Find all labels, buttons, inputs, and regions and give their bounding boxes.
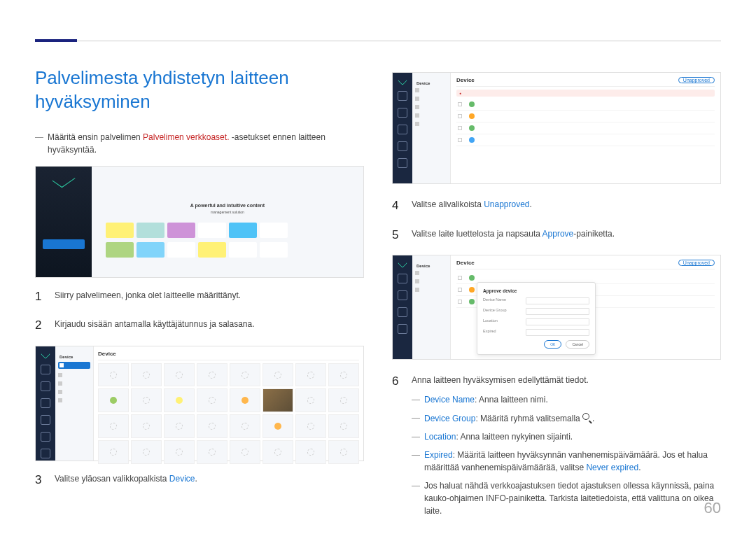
device-header: Device xyxy=(98,351,359,360)
modal-input xyxy=(526,308,589,315)
nav-icon xyxy=(41,398,50,408)
dash-icon: ― xyxy=(412,430,420,443)
page-number: 60 xyxy=(704,499,721,517)
device-cell xyxy=(230,363,260,387)
dashboard-tile xyxy=(106,242,134,258)
bullet-expired: ― Expired: Määritä laitteen hyväksynnän … xyxy=(412,449,721,474)
device-cell xyxy=(295,440,326,464)
sidebar-title: Device xyxy=(58,352,90,362)
table-header-row: Device Unapproved xyxy=(456,260,715,269)
device-cell xyxy=(197,363,227,387)
step-number: 1 xyxy=(35,288,43,306)
dashboard-row-2 xyxy=(106,242,288,258)
intro-highlight: Palvelimen verkkoaset. xyxy=(143,132,229,142)
device-cell xyxy=(131,414,162,438)
header-divider xyxy=(35,41,721,41)
device-link: Device xyxy=(169,474,195,484)
device-cell xyxy=(131,440,162,464)
device-sidebar: Device xyxy=(412,73,451,183)
table-row xyxy=(456,99,715,111)
dash-icon: ― xyxy=(412,479,420,492)
step-number: 3 xyxy=(35,471,43,489)
device-cell xyxy=(262,363,293,387)
table-row xyxy=(456,122,715,134)
screenshot-login: A powerful and intuitive content managem… xyxy=(35,166,364,278)
screenshot-unapproved-list: Device Device Unapproved ● xyxy=(392,72,721,184)
login-hero-subtitle: management solution xyxy=(211,210,244,214)
dash-icon: ― xyxy=(412,393,420,406)
sidebar-item xyxy=(415,122,447,126)
device-sidebar: Device xyxy=(55,346,94,461)
tab-unapproved: Unapproved xyxy=(678,77,715,83)
sidebar-item xyxy=(415,288,447,292)
device-cell-thumbnail xyxy=(262,388,293,412)
sidebar-item-active xyxy=(58,362,90,369)
modal-row-location: Location xyxy=(483,318,589,325)
modal-input xyxy=(526,297,589,304)
sidebar-item xyxy=(415,88,447,92)
page-title: Palvelimesta yhdistetyn laitteen hyväksy… xyxy=(35,66,364,114)
device-cell xyxy=(98,388,129,412)
device-cell xyxy=(131,363,162,387)
device-grid-area: Device xyxy=(94,346,363,461)
modal-row-group: Device Group xyxy=(483,308,589,315)
sidebar-title: Device xyxy=(415,78,447,88)
intro-note: ― Määritä ensin palvelimen Palvelimen ve… xyxy=(35,131,364,156)
nav-iconbar xyxy=(393,73,412,183)
login-hero-title: A powerful and intuitive content xyxy=(190,203,265,208)
nav-icon xyxy=(398,290,407,300)
device-grid xyxy=(98,363,359,464)
dash-icon: ― xyxy=(412,412,420,424)
sidebar-item xyxy=(415,105,447,109)
step-number: 6 xyxy=(392,372,400,523)
bullet-location: ― Location: Anna laitteen nykyinen sijai… xyxy=(412,430,721,443)
sidebar-item xyxy=(415,113,447,118)
logo-icon xyxy=(398,258,407,268)
sidebar-item xyxy=(58,398,90,402)
nav-icon xyxy=(398,274,407,283)
device-cell xyxy=(262,440,293,464)
device-cell xyxy=(98,414,129,438)
login-button xyxy=(43,239,85,249)
sidebar-item xyxy=(415,97,447,101)
login-main: A powerful and intuitive content managem… xyxy=(92,167,363,277)
error-banner: ● xyxy=(456,90,715,97)
device-cell xyxy=(295,414,326,438)
nav-icon xyxy=(398,307,407,317)
dash-icon: ― xyxy=(412,449,420,461)
unapproved-link: Unapproved xyxy=(484,199,529,209)
unapproved-table-area: Device Unapproved ● xyxy=(451,73,720,183)
device-cell xyxy=(197,388,227,412)
modal-row-name: Device Name xyxy=(483,297,589,304)
nav-icon xyxy=(41,381,50,391)
sidebar-item xyxy=(58,373,90,377)
modal-buttons: OK Cancel xyxy=(483,340,589,349)
nav-iconbar xyxy=(36,346,55,461)
nav-icon xyxy=(41,365,50,374)
sidebar-item xyxy=(58,390,90,394)
step-5: 5 Valitse laite luettelosta ja napsauta … xyxy=(392,226,721,244)
step-6-bullets: ― Device Name: Anna laitteen nimi. ― Dev… xyxy=(412,393,721,517)
sidebar-item xyxy=(415,271,447,275)
step-text: Anna laitteen hyväksymisen edellyttämät … xyxy=(412,372,721,523)
dashboard-tile xyxy=(229,242,257,258)
sidebar-title: Device xyxy=(415,261,447,271)
dashboard-tile xyxy=(106,223,134,238)
login-sidebar xyxy=(36,167,92,277)
device-cell xyxy=(197,440,227,464)
nav-icon xyxy=(41,432,50,442)
sidebar-item xyxy=(58,381,90,386)
device-cell xyxy=(164,388,195,412)
device-cell xyxy=(295,388,326,412)
modal-input xyxy=(526,318,589,325)
step-text: Valitse alivalikoista Unapproved. xyxy=(412,197,721,215)
nav-icon xyxy=(398,324,407,334)
content-columns: Palvelimesta yhdistetyn laitteen hyväksy… xyxy=(35,66,721,534)
bullet-device-name: ― Device Name: Anna laitteen nimi. xyxy=(412,393,721,406)
logo-icon xyxy=(398,76,407,85)
screenshot-approve-modal: Device Device Unapproved Approve device xyxy=(392,255,721,360)
dashboard-tile xyxy=(229,223,257,238)
device-sidebar: Device xyxy=(412,255,451,359)
step-number: 5 xyxy=(392,226,400,244)
tab-unapproved: Unapproved xyxy=(678,260,715,266)
